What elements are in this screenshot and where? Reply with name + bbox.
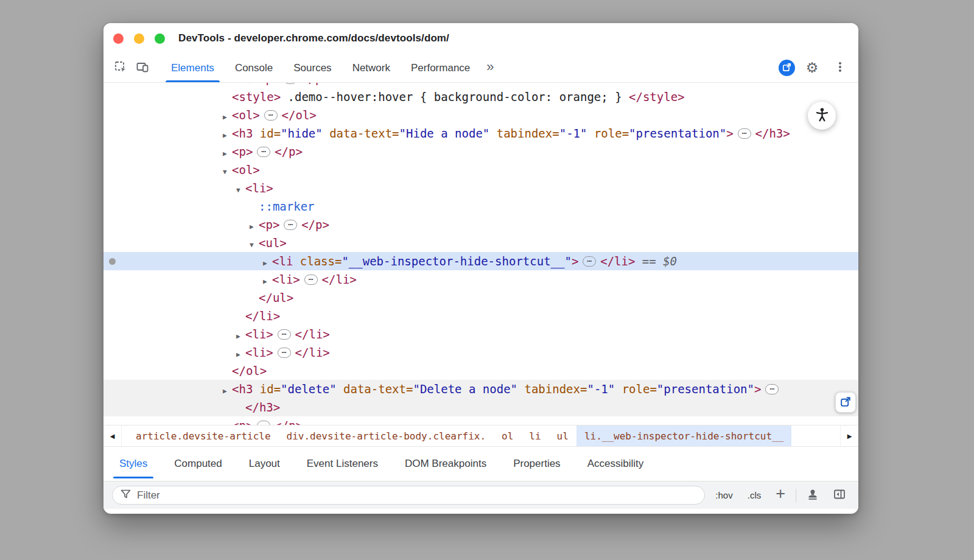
breadcrumb-item[interactable]: div.devsite-article-body.clearfix. xyxy=(279,425,494,446)
dom-tree-row[interactable]: </ol> xyxy=(103,362,858,380)
token-attr: role= xyxy=(615,382,657,396)
tab-console[interactable]: Console xyxy=(225,54,283,82)
desktop-background: DevTools - developer.chrome.com/docs/dev… xyxy=(0,0,974,560)
panel-tab-computed[interactable]: Computed xyxy=(161,447,235,481)
dom-tree-row[interactable]: ▶<p>⋯</p> xyxy=(103,83,858,88)
styles-filter-field[interactable] xyxy=(112,486,705,505)
element-picker-fab-button[interactable] xyxy=(835,392,856,413)
zoom-window-button[interactable] xyxy=(155,33,165,44)
token-tag: <li> xyxy=(272,273,300,286)
ellipsis-expand-button[interactable]: ⋯ xyxy=(583,256,596,267)
token-val: "hide" xyxy=(281,127,323,140)
toggle-element-state-button[interactable]: :hov xyxy=(711,488,737,503)
more-options-button[interactable] xyxy=(829,57,851,79)
breadcrumb-item[interactable]: ol xyxy=(494,425,521,446)
ellipsis-expand-button[interactable]: ⋯ xyxy=(264,110,278,121)
dom-tree-row[interactable]: ::marker xyxy=(103,197,858,215)
toggle-sidebar-button[interactable] xyxy=(829,485,850,506)
dom-tree-row[interactable]: ▶<h3 id="delete" data-text="Delete a nod… xyxy=(103,380,858,398)
dom-tree-row[interactable]: ▶<p>⋯</p> xyxy=(103,416,858,425)
ellipsis-expand-button[interactable]: ⋯ xyxy=(257,147,270,157)
panel-tab-properties[interactable]: Properties xyxy=(500,447,573,481)
window-titlebar: DevTools - developer.chrome.com/docs/dev… xyxy=(103,23,858,54)
panel-tab-accessibility[interactable]: Accessibility xyxy=(574,447,657,481)
styles-filter-input[interactable] xyxy=(137,489,697,502)
ellipsis-expand-button[interactable]: ⋯ xyxy=(738,128,751,139)
dom-tree-row[interactable]: ▼<li> xyxy=(103,179,858,197)
toolbar-right-controls: ⚙ xyxy=(779,54,858,82)
dom-tree-row[interactable]: ▶<ol>⋯</ol> xyxy=(103,106,858,124)
toggle-class-button[interactable]: .cls xyxy=(743,488,766,503)
inspect-element-button[interactable] xyxy=(110,57,131,79)
panel-tab-dom-breakpoints[interactable]: DOM Breakpoints xyxy=(391,447,500,481)
accessibility-person-icon xyxy=(814,107,830,125)
tab-network[interactable]: Network xyxy=(342,54,401,82)
dom-tree-row[interactable]: ▶<li>⋯</li> xyxy=(103,270,858,289)
token-attr: role= xyxy=(587,127,629,140)
token-tag: </ol> xyxy=(232,364,267,377)
token-tag: <ol> xyxy=(232,163,260,177)
rendering-stamp-button[interactable] xyxy=(802,485,823,506)
token-tag: > xyxy=(754,382,761,396)
token-attr: id= xyxy=(253,382,281,396)
token-tag: </h3> xyxy=(755,127,790,140)
ellipsis-expand-button[interactable]: ⋯ xyxy=(284,83,297,84)
dom-tree-row[interactable]: ▶<p>⋯</p> xyxy=(103,215,858,234)
dom-tree-row[interactable]: </li> xyxy=(103,307,858,325)
token-dollar: $0 xyxy=(663,254,677,268)
tab-sources[interactable]: Sources xyxy=(283,54,342,82)
dom-tree-row[interactable]: ▶<li>⋯</li> xyxy=(103,343,858,362)
stamp-icon xyxy=(806,488,819,503)
dom-tree-row[interactable]: <style> .demo--hover:hover { background-… xyxy=(103,88,858,106)
dom-tree-row[interactable]: ▶<li class="__web-inspector-hide-shortcu… xyxy=(103,252,858,270)
tab-elements[interactable]: Elements xyxy=(161,54,225,82)
token-attr: id= xyxy=(253,127,281,140)
token-tag: </li> xyxy=(600,254,635,268)
dom-tree-row[interactable]: </ul> xyxy=(103,289,858,307)
tab-performance[interactable]: Performance xyxy=(401,54,480,82)
token-attr: data-text= xyxy=(337,382,413,396)
dom-tree-row[interactable]: ▼<ol> xyxy=(103,161,858,179)
close-window-button[interactable] xyxy=(113,33,124,44)
dom-tree-row[interactable]: </h3> xyxy=(103,398,858,416)
token-text: .demo--hover:hover { background-color: o… xyxy=(281,90,629,103)
ellipsis-expand-button[interactable]: ⋯ xyxy=(257,421,270,425)
dom-tree: ▶<p>⋯</p><style> .demo--hover:hover { ba… xyxy=(103,83,858,425)
panel-tab-styles[interactable]: Styles xyxy=(106,447,161,481)
token-tag: </li> xyxy=(295,327,330,341)
new-style-rule-button[interactable]: + xyxy=(771,486,790,505)
ellipsis-expand-button[interactable]: ⋯ xyxy=(278,348,291,358)
breadcrumb-item[interactable]: article.devsite-article xyxy=(128,425,279,446)
accessibility-fab-button[interactable] xyxy=(808,102,836,130)
panel-tab-event-listeners[interactable]: Event Listeners xyxy=(293,447,391,481)
breadcrumb-item[interactable]: ul xyxy=(549,425,576,446)
dom-tree-row[interactable]: ▼<ul> xyxy=(103,234,858,252)
expand-arrow-icon[interactable]: ▶ xyxy=(223,419,232,425)
dom-tree-row[interactable]: ▶<p>⋯</p> xyxy=(103,142,858,161)
breadcrumb-scroll-left-button[interactable]: ◀ xyxy=(103,425,122,446)
inspect-cursor-icon xyxy=(114,60,127,75)
token-val: "-1" xyxy=(587,382,615,396)
ellipsis-expand-button[interactable]: ⋯ xyxy=(304,275,318,285)
token-tag: </p> xyxy=(275,419,303,425)
settings-button[interactable]: ⚙ xyxy=(801,57,823,79)
main-tabs: ElementsConsoleSourcesNetworkPerformance xyxy=(161,54,480,82)
ellipsis-expand-button[interactable]: ⋯ xyxy=(278,329,291,340)
more-tabs-button[interactable]: » xyxy=(480,59,500,77)
minimize-window-button[interactable] xyxy=(134,33,144,44)
feature-badge-button[interactable] xyxy=(779,60,795,76)
panel-tab-layout[interactable]: Layout xyxy=(236,447,293,481)
breadcrumb-scroll-right-button[interactable]: ▶ xyxy=(840,425,858,446)
dom-tree-row[interactable]: ▶<h3 id="hide" data-text="Hide a node" t… xyxy=(103,124,858,142)
breadcrumb-item[interactable]: li.__web-inspector-hide-shortcut__ xyxy=(576,425,792,446)
device-toolbar-button[interactable] xyxy=(131,57,153,79)
dom-tree-row[interactable]: ▶<li>⋯</li> xyxy=(103,325,858,343)
traffic-lights xyxy=(113,33,165,44)
token-attr: class= xyxy=(293,254,342,268)
token-tag: <style> xyxy=(232,90,281,103)
breadcrumb: ◀ article.devsite-articlediv.devsite-art… xyxy=(103,425,858,447)
ellipsis-expand-button[interactable]: ⋯ xyxy=(765,384,779,394)
ellipsis-expand-button[interactable]: ⋯ xyxy=(284,220,297,230)
breadcrumb-item[interactable]: li xyxy=(521,425,548,446)
token-val: "Delete a node" xyxy=(413,382,517,396)
